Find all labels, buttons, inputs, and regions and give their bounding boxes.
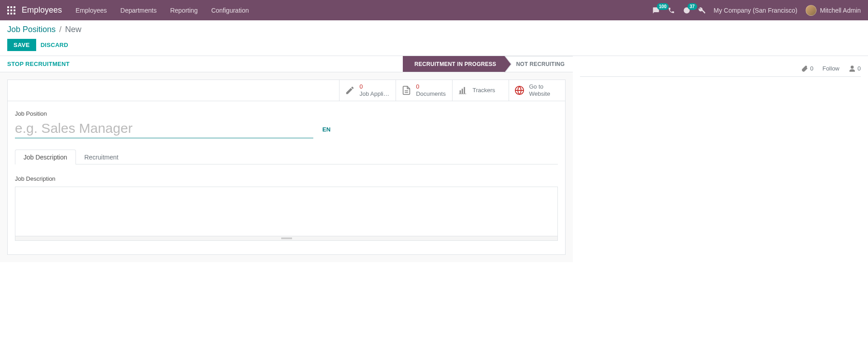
- stat-documents-label: Documents: [416, 90, 446, 98]
- app-title: Employees: [22, 5, 62, 15]
- tab-job-description[interactable]: Job Description: [15, 150, 76, 164]
- activities-icon[interactable]: 37: [683, 7, 690, 14]
- chatter-actions: 0 Follow 0: [580, 61, 861, 77]
- main-wrap: STOP RECRUITMENT RECRUITMENT IN PROGRESS…: [0, 56, 868, 262]
- messages-badge: 100: [657, 3, 669, 10]
- bar-chart-icon: [458, 85, 468, 95]
- breadcrumb-current: New: [65, 25, 81, 34]
- stat-applications-label: Job Applic...: [359, 90, 390, 98]
- stat-documents-value: 0: [416, 83, 446, 90]
- form-container: 0 Job Applic... 0 Documents: [0, 72, 573, 262]
- job-position-input[interactable]: [15, 119, 313, 138]
- menu-reporting[interactable]: Reporting: [170, 7, 198, 14]
- job-position-label: Job Position: [15, 110, 558, 117]
- action-buttons: SAVE DISCARD: [7, 39, 861, 51]
- main-column: STOP RECRUITMENT RECRUITMENT IN PROGRESS…: [0, 56, 573, 262]
- status-not-recruiting[interactable]: NOT RECRUITING: [505, 56, 573, 72]
- attachments-button[interactable]: 0: [801, 65, 813, 72]
- control-panel: Job Positions / New SAVE DISCARD: [0, 20, 868, 56]
- svg-rect-2: [460, 90, 461, 94]
- discard-button[interactable]: DISCARD: [41, 42, 68, 48]
- save-button[interactable]: SAVE: [7, 39, 36, 51]
- stop-recruitment-button[interactable]: STOP RECRUITMENT: [7, 61, 70, 67]
- activities-badge: 37: [688, 3, 697, 10]
- stat-applications[interactable]: 0 Job Applic...: [339, 80, 396, 101]
- user-menu[interactable]: Mitchell Admin: [806, 5, 861, 16]
- main-menu: Employees Departments Reporting Configur…: [75, 7, 249, 14]
- avatar: [806, 5, 816, 16]
- job-description-label: Job Description: [15, 175, 558, 182]
- form-sheet: 0 Job Applic... 0 Documents: [7, 80, 566, 255]
- title-row: EN: [15, 119, 558, 138]
- debug-icon[interactable]: [698, 7, 706, 14]
- menu-configuration[interactable]: Configuration: [211, 7, 249, 14]
- resize-grip[interactable]: [15, 236, 558, 241]
- language-badge[interactable]: EN: [322, 126, 330, 138]
- breadcrumb-sep: /: [59, 25, 61, 34]
- stat-website-label1: Go to: [529, 83, 550, 90]
- attachments-count: 0: [810, 65, 813, 72]
- stat-website-label2: Website: [529, 90, 550, 98]
- follow-button[interactable]: Follow: [822, 65, 840, 72]
- followers-button[interactable]: 0: [849, 65, 861, 72]
- svg-rect-4: [464, 87, 465, 94]
- svg-rect-5: [459, 94, 467, 94]
- stat-documents[interactable]: 0 Documents: [396, 80, 452, 101]
- top-navbar: Employees Employees Departments Reportin…: [0, 0, 868, 20]
- breadcrumb: Job Positions / New: [7, 25, 861, 34]
- menu-employees[interactable]: Employees: [75, 7, 107, 14]
- user-name: Mitchell Admin: [820, 7, 861, 14]
- stat-buttons: 0 Job Applic... 0 Documents: [8, 80, 565, 101]
- globe-icon: [514, 85, 524, 95]
- form-body: Job Position EN Job Description Recruitm…: [8, 101, 565, 254]
- pencil-icon: [345, 85, 355, 95]
- tab-recruitment[interactable]: Recruitment: [76, 150, 127, 164]
- stat-trackers-label: Trackers: [472, 87, 495, 94]
- status-recruiting[interactable]: RECRUITMENT IN PROGRESS: [403, 56, 505, 72]
- document-icon: [401, 85, 411, 95]
- stat-website[interactable]: Go to Website: [509, 80, 565, 101]
- breadcrumb-parent[interactable]: Job Positions: [7, 25, 56, 34]
- status-steps: RECRUITMENT IN PROGRESS NOT RECRUITING: [403, 56, 573, 72]
- status-bar: STOP RECRUITMENT RECRUITMENT IN PROGRESS…: [0, 56, 573, 72]
- apps-icon[interactable]: [7, 6, 15, 14]
- menu-departments[interactable]: Departments: [120, 7, 156, 14]
- job-description-editor[interactable]: [15, 187, 558, 236]
- user-icon: [849, 65, 856, 72]
- paperclip-icon: [801, 65, 808, 72]
- side-column: 0 Follow 0: [573, 56, 868, 262]
- form-tabs: Job Description Recruitment: [15, 149, 558, 164]
- stat-trackers[interactable]: Trackers: [452, 80, 509, 101]
- stat-applications-value: 0: [359, 83, 390, 90]
- svg-rect-3: [462, 89, 463, 94]
- navbar-right: 100 37 My Company (San Francisco) Mitche…: [652, 5, 861, 16]
- phone-icon[interactable]: [668, 7, 675, 14]
- title-input-wrap: [15, 119, 313, 138]
- followers-count: 0: [858, 65, 861, 72]
- messages-icon[interactable]: 100: [652, 7, 660, 14]
- company-switcher[interactable]: My Company (San Francisco): [714, 7, 797, 14]
